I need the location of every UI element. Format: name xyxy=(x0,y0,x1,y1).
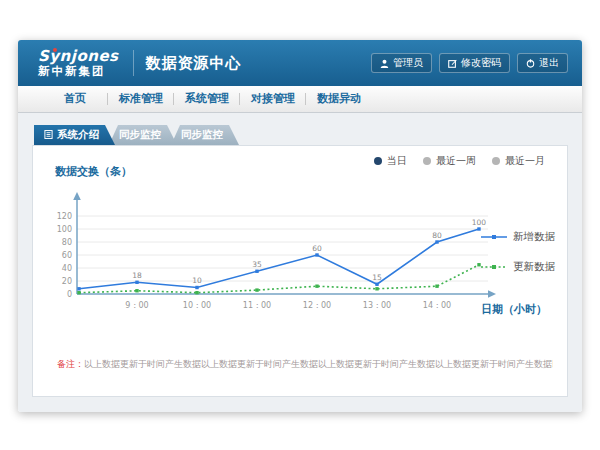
app-header: Synjones 新中新集团 数据资源中心 管理员 修改密码 xyxy=(18,40,582,86)
logo-brand-text: Synjones xyxy=(38,48,119,65)
svg-text:100: 100 xyxy=(472,218,487,227)
x-axis-title: 日期（小时） xyxy=(481,302,547,317)
radio-dot xyxy=(423,157,431,165)
nav-item-system[interactable]: 系统管理 xyxy=(174,86,240,112)
footnote: 备注：以上数据更新于时间产生数据以上数据更新于时间产生数据以上数据更新于时间产生… xyxy=(57,358,553,371)
document-icon xyxy=(44,129,53,141)
content-area: 系统介绍 同步监控 同步监控 当日 最近一周 xyxy=(18,113,582,412)
page-title: 数据资源中心 xyxy=(146,54,242,73)
dotted-line-sample xyxy=(481,262,507,272)
nav-item-data-changes[interactable]: 数据异动 xyxy=(306,86,372,112)
filter-last-week[interactable]: 最近一周 xyxy=(423,154,476,168)
tab-bar: 系统介绍 同步监控 同步监控 xyxy=(32,125,568,145)
app-window: Synjones 新中新集团 数据资源中心 管理员 修改密码 xyxy=(18,40,582,412)
svg-text:12：00: 12：00 xyxy=(303,301,331,310)
nav-item-home[interactable]: 首页 xyxy=(42,86,108,112)
svg-text:60: 60 xyxy=(62,251,72,260)
svg-text:15: 15 xyxy=(372,273,382,282)
change-password-button[interactable]: 修改密码 xyxy=(439,53,510,73)
power-icon xyxy=(526,59,535,68)
svg-text:11：00: 11：00 xyxy=(243,301,271,310)
edit-icon xyxy=(448,59,457,68)
radio-dot xyxy=(374,157,382,165)
logo-company-name: 新中新集团 xyxy=(38,65,119,78)
tab-system-intro[interactable]: 系统介绍 xyxy=(34,125,115,145)
svg-text:100: 100 xyxy=(57,225,72,234)
svg-text:0: 0 xyxy=(67,290,72,299)
chart-legend: 新增数据 更新数据 xyxy=(481,230,555,274)
legend-item-updated-data: 更新数据 xyxy=(481,260,555,274)
svg-text:10: 10 xyxy=(192,276,202,285)
svg-text:18: 18 xyxy=(132,271,142,280)
tab-sync-monitor-2[interactable]: 同步监控 xyxy=(171,125,239,145)
footnote-label: 备注： xyxy=(57,359,84,369)
tab-sync-monitor-1[interactable]: 同步监控 xyxy=(109,125,177,145)
svg-text:14：00: 14：00 xyxy=(423,301,451,310)
svg-text:13：00: 13：00 xyxy=(363,301,391,310)
footnote-text: 以上数据更新于时间产生数据以上数据更新于时间产生数据以上数据更新于时间产生数据以… xyxy=(84,359,553,369)
chart-panel: 当日 最近一周 最近一月 数据交换（条） 0204060801001209：00… xyxy=(32,145,568,397)
header-actions: 管理员 修改密码 退出 xyxy=(371,53,568,73)
svg-text:35: 35 xyxy=(252,260,262,269)
svg-text:40: 40 xyxy=(62,264,72,273)
filter-last-month[interactable]: 最近一月 xyxy=(492,154,545,168)
radio-dot xyxy=(492,157,500,165)
svg-text:120: 120 xyxy=(57,212,72,221)
time-range-filter: 当日 最近一周 最近一月 xyxy=(374,154,545,168)
main-nav: 首页 标准管理 系统管理 对接管理 数据异动 xyxy=(18,86,582,113)
nav-item-standards[interactable]: 标准管理 xyxy=(108,86,174,112)
svg-text:80: 80 xyxy=(432,231,442,240)
filter-today[interactable]: 当日 xyxy=(374,154,407,168)
admin-user-button[interactable]: 管理员 xyxy=(371,53,432,73)
svg-text:20: 20 xyxy=(62,277,72,286)
user-icon xyxy=(380,59,389,68)
svg-text:10：00: 10：00 xyxy=(183,301,211,310)
y-axis-title: 数据交换（条） xyxy=(55,164,132,179)
svg-text:80: 80 xyxy=(62,238,72,247)
legend-item-new-data: 新增数据 xyxy=(481,230,555,244)
header-divider xyxy=(133,50,134,76)
logout-button[interactable]: 退出 xyxy=(517,53,568,73)
svg-text:60: 60 xyxy=(312,244,322,253)
svg-text:9：00: 9：00 xyxy=(125,301,148,310)
solid-line-sample xyxy=(481,232,507,242)
company-logo: Synjones 新中新集团 xyxy=(38,48,119,77)
nav-item-integration[interactable]: 对接管理 xyxy=(240,86,306,112)
line-chart: 0204060801001209：0010：0011：0012：0013：001… xyxy=(47,184,497,324)
